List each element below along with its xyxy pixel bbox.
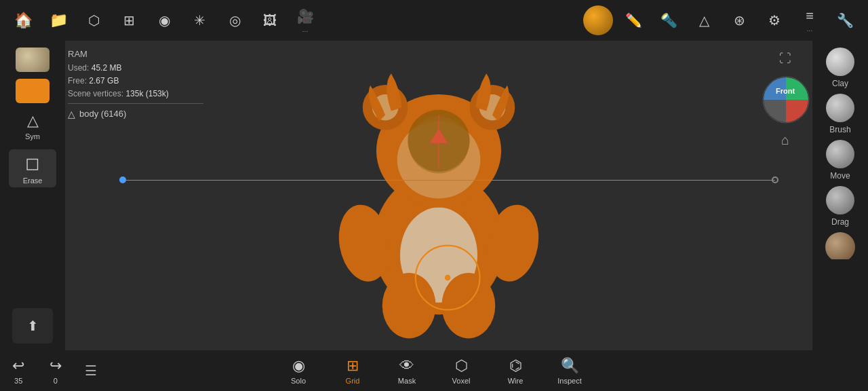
sphere-grid-btn[interactable]: ◉ bbox=[149, 5, 179, 35]
home-tool-btn[interactable]: 🏠 bbox=[8, 5, 38, 35]
right-sidebar: Clay Brush Move Drag bbox=[812, 41, 868, 391]
svg-point-4 bbox=[382, 273, 436, 338]
bottom-toolbar: ↩ 35 ↪ 0 ☰ ◉ Solo ⊞ Grid 👁 Mask ⬡ Voxel … bbox=[0, 350, 868, 391]
voxel-btn[interactable]: ⬡ Voxel bbox=[434, 350, 488, 391]
post-btn[interactable]: ◎ bbox=[220, 5, 250, 35]
clay-tool-btn[interactable]: Clay bbox=[818, 48, 863, 88]
wire-icon: ⌬ bbox=[509, 357, 522, 375]
top-toolbar: 🏠 📁 ⬡ ⊞ ◉ ✳ ◎ 🖼 🎥 ... ✏️ 🔦 △ ⊛ ⚙ ≡ ... bbox=[0, 0, 868, 41]
video-btn[interactable]: 🎥 ... bbox=[290, 5, 320, 35]
voxel-label: Voxel bbox=[452, 377, 471, 385]
sliders-dots: ... bbox=[807, 25, 812, 33]
ram-free: Free: 2.67 GB bbox=[68, 75, 203, 88]
settings-btn[interactable]: ⚙ bbox=[760, 5, 789, 35]
pencil-btn[interactable]: ✏️ bbox=[618, 5, 648, 35]
lighting-btn[interactable]: ✳ bbox=[184, 5, 214, 35]
inspect-btn[interactable]: 🔍 Inspect bbox=[542, 350, 597, 391]
view-cube-svg: Front bbox=[762, 76, 810, 124]
mask-label: Mask bbox=[398, 377, 416, 385]
home-view-btn[interactable]: ⌂ bbox=[773, 128, 797, 152]
color-picker-btn[interactable]: 🔦 bbox=[654, 5, 684, 35]
transform-handle-left[interactable] bbox=[119, 176, 126, 183]
svg-text:Front: Front bbox=[776, 87, 795, 95]
drag-tool-btn[interactable]: Drag bbox=[818, 186, 863, 227]
wrench-btn[interactable]: 🔧 bbox=[830, 5, 860, 35]
symmetry-top-btn[interactable]: △ bbox=[689, 5, 719, 35]
erase-icon: ◻ bbox=[25, 153, 40, 174]
symmetry-tool[interactable]: △ Sym bbox=[9, 107, 56, 145]
orange-color-swatch[interactable] bbox=[16, 79, 50, 103]
redo-btn[interactable]: ↪ 0 bbox=[37, 350, 73, 391]
brush-label: Brush bbox=[829, 125, 850, 134]
solo-label: Solo bbox=[291, 377, 306, 385]
upload-icon: ⬆ bbox=[27, 318, 39, 334]
move-sphere bbox=[826, 140, 854, 168]
image-btn[interactable]: 🖼 bbox=[255, 5, 285, 35]
ram-used: Used: 45.2 MB bbox=[68, 62, 203, 75]
wire-btn[interactable]: ⌬ Wire bbox=[488, 350, 542, 391]
clay-sphere bbox=[826, 48, 854, 76]
mask-btn[interactable]: 👁 Mask bbox=[380, 350, 434, 391]
extra-tool-btn[interactable] bbox=[818, 232, 863, 259]
redo-count: 0 bbox=[54, 377, 58, 385]
view-cube-area: ⛶ Front ⌂ bbox=[762, 46, 808, 152]
metallic-color-swatch[interactable] bbox=[16, 48, 50, 72]
brush-tool-btn[interactable]: Brush bbox=[818, 94, 863, 134]
svg-point-5 bbox=[441, 273, 495, 338]
grid4-btn[interactable]: ⊞ bbox=[114, 5, 144, 35]
undo-count: 35 bbox=[14, 377, 22, 385]
grid-icon: ⊞ bbox=[347, 357, 359, 375]
wire-label: Wire bbox=[508, 377, 524, 385]
share-btn[interactable]: ⬡ bbox=[79, 5, 108, 35]
inspect-label: Inspect bbox=[557, 377, 581, 385]
undo-icon: ↩ bbox=[12, 357, 24, 375]
undo-btn[interactable]: ↩ 35 bbox=[0, 350, 37, 391]
symmetry-label: Sym bbox=[25, 132, 40, 141]
clay-label: Clay bbox=[832, 79, 848, 88]
layers-btn[interactable]: ⊛ bbox=[724, 5, 754, 35]
mask-icon: 👁 bbox=[399, 357, 414, 375]
fullscreen-btn[interactable]: ⛶ bbox=[773, 46, 797, 71]
move-tool-btn[interactable]: Move bbox=[818, 140, 863, 181]
drag-label: Drag bbox=[831, 217, 849, 227]
erase-label: Erase bbox=[23, 176, 43, 185]
mesh-icon: △ bbox=[68, 107, 75, 122]
erase-tool[interactable]: ◻ Erase bbox=[9, 149, 56, 187]
upload-btn[interactable]: ⬆ bbox=[12, 308, 53, 343]
ram-divider bbox=[68, 103, 203, 104]
bottom-menu-btn[interactable]: ☰ bbox=[74, 350, 108, 391]
svg-point-18 bbox=[445, 275, 451, 281]
bottom-menu-icon: ☰ bbox=[85, 362, 97, 379]
folder-btn[interactable]: 📁 bbox=[43, 5, 73, 35]
transform-handle-right[interactable] bbox=[772, 176, 778, 183]
solo-btn[interactable]: ◉ Solo bbox=[271, 350, 326, 391]
left-sidebar: △ Sym ◻ Erase ⬆ bbox=[0, 41, 65, 350]
fullscreen-icon: ⛶ bbox=[779, 52, 791, 66]
sliders-btn[interactable]: ≡ ... bbox=[795, 5, 825, 35]
redo-icon: ↪ bbox=[50, 357, 62, 375]
symmetry-icon: △ bbox=[27, 112, 39, 130]
ram-info-panel: RAM Used: 45.2 MB Free: 2.67 GB Scene ve… bbox=[68, 48, 203, 122]
video-dots: ... bbox=[302, 26, 308, 33]
drag-sphere bbox=[826, 186, 854, 215]
bottom-left-tools: ↩ 35 ↪ 0 ☰ bbox=[0, 350, 108, 391]
material-sphere[interactable] bbox=[583, 5, 613, 35]
grid-label: Grid bbox=[346, 377, 360, 385]
solo-icon: ◉ bbox=[292, 357, 305, 375]
voxel-icon: ⬡ bbox=[455, 357, 468, 375]
move-label: Move bbox=[830, 171, 850, 181]
brush-sphere bbox=[826, 94, 854, 122]
inspect-icon: 🔍 bbox=[561, 357, 579, 375]
transform-line bbox=[126, 180, 775, 181]
ram-scene: Scene vertices: 135k (153k) bbox=[68, 88, 203, 100]
body-label: △ body (6146) bbox=[68, 107, 203, 122]
home-icon: ⌂ bbox=[781, 132, 789, 148]
ram-title: RAM bbox=[68, 48, 203, 62]
grid-btn[interactable]: ⊞ Grid bbox=[326, 350, 380, 391]
view-cube[interactable]: Front bbox=[762, 76, 808, 122]
